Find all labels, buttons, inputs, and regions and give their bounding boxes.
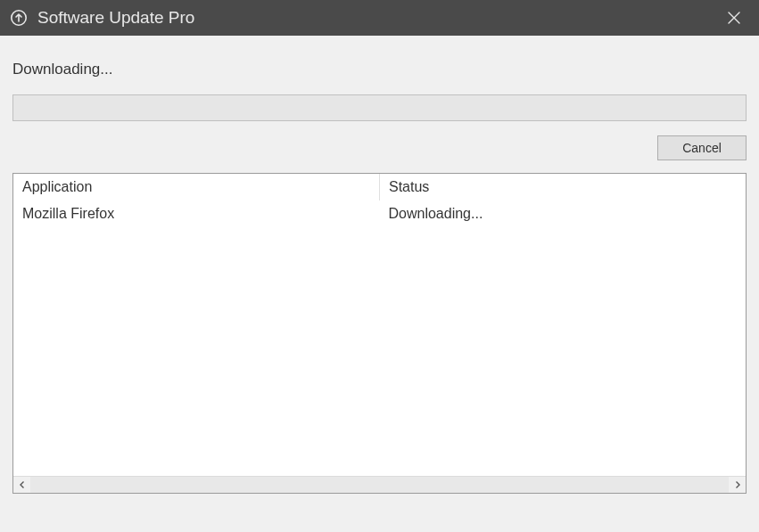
titlebar: Software Update Pro — [0, 0, 759, 36]
content-area: Downloading... Cancel Application Status — [0, 36, 759, 494]
close-icon — [728, 12, 740, 24]
chevron-left-icon — [19, 481, 26, 488]
table-row[interactable]: Mozilla Firefox Downloading... — [13, 201, 746, 227]
status-text: Downloading... — [0, 36, 759, 94]
window-title: Software Update Pro — [37, 8, 716, 28]
scroll-left-button[interactable] — [13, 477, 30, 493]
cancel-button[interactable]: Cancel — [657, 135, 747, 160]
updates-table-grid: Application Status Mozilla Firefox Downl… — [13, 174, 746, 476]
cell-status: Downloading... — [380, 201, 747, 227]
column-header-application[interactable]: Application — [13, 174, 380, 201]
scroll-right-button[interactable] — [729, 477, 746, 493]
horizontal-scrollbar[interactable] — [13, 476, 746, 493]
chevron-right-icon — [734, 481, 741, 488]
button-row: Cancel — [0, 135, 759, 173]
updates-table: Application Status Mozilla Firefox Downl… — [13, 174, 746, 227]
updates-table-container: Application Status Mozilla Firefox Downl… — [12, 173, 747, 494]
progress-bar — [12, 94, 747, 121]
app-update-icon — [9, 8, 29, 28]
table-header-row: Application Status — [13, 174, 746, 201]
progress-container — [0, 94, 759, 121]
close-button[interactable] — [716, 0, 752, 36]
column-header-status[interactable]: Status — [380, 174, 747, 201]
cell-application: Mozilla Firefox — [13, 201, 380, 227]
scroll-track[interactable] — [30, 477, 729, 493]
